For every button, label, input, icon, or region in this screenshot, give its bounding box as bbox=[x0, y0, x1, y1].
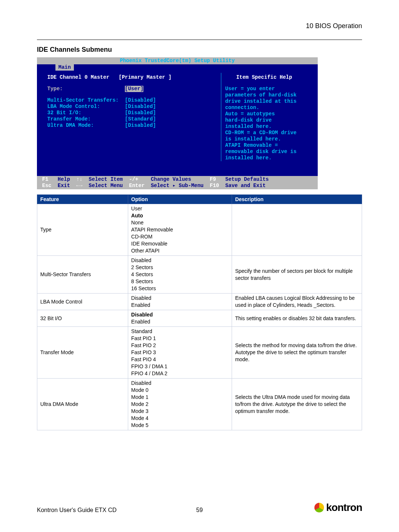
bios-help-line: ATAPI Removable = bbox=[225, 142, 313, 149]
option-value: Fast PIO 4 bbox=[131, 356, 229, 363]
feature-table: Feature Option Description TypeUserAutoN… bbox=[37, 194, 362, 430]
bios-field-label: 32 Bit I/O: bbox=[47, 110, 125, 116]
option-value: Standard bbox=[131, 328, 229, 335]
option-value: Fast PIO 2 bbox=[131, 342, 229, 349]
bios-field-label: Ultra DMA Mode: bbox=[47, 122, 125, 128]
option-value: Mode 3 bbox=[131, 408, 229, 415]
cell-feature: Multi-Sector Transfers bbox=[37, 256, 128, 294]
option-value: Auto bbox=[131, 212, 229, 219]
bios-field-label: Multi-Sector Transfers: bbox=[47, 97, 125, 103]
bios-field-value[interactable]: [Disabled] bbox=[125, 110, 156, 116]
bios-field-value[interactable]: [Standard] bbox=[125, 116, 156, 122]
cell-option: StandardFast PIO 1Fast PIO 2Fast PIO 3Fa… bbox=[128, 327, 232, 379]
bios-field-row[interactable]: 32 Bit I/O: [Disabled] bbox=[47, 110, 218, 116]
bios-help-line: installed here. bbox=[225, 123, 313, 130]
table-row: Ultra DMA ModeDisabledMode 0Mode 1Mode 2… bbox=[37, 379, 362, 430]
option-value: IDE Removable bbox=[131, 240, 229, 247]
bios-help-line: drive installed at this bbox=[225, 98, 313, 105]
option-value: Mode 0 bbox=[131, 387, 229, 394]
table-row: 32 Bit I/ODisabledEnabledThis setting en… bbox=[37, 310, 362, 327]
cell-feature: LBA Mode Control bbox=[37, 294, 128, 310]
footer-page-number: 59 bbox=[37, 507, 362, 514]
bios-field-label: LBA Mode Control: bbox=[47, 104, 125, 109]
option-value: Disabled bbox=[131, 380, 229, 387]
option-value: 2 Sectors bbox=[131, 264, 229, 271]
option-value: CD-ROM bbox=[131, 233, 229, 240]
bios-field-row[interactable]: LBA Mode Control: [Disabled] bbox=[47, 104, 218, 110]
option-value: Enabled bbox=[131, 302, 229, 309]
bios-field-value[interactable]: [Disabled] bbox=[125, 97, 156, 104]
bios-help-line: Auto = autotypes bbox=[225, 111, 313, 117]
section-title: IDE Channels Submenu bbox=[37, 46, 362, 54]
option-value: Mode 5 bbox=[131, 422, 229, 429]
cell-feature: Ultra DMA Mode bbox=[37, 379, 128, 430]
bios-field-row[interactable]: Ultra DMA Mode: [Disabled] bbox=[47, 122, 218, 129]
option-value: 4 Sectors bbox=[131, 271, 229, 278]
option-value: 16 Sectors bbox=[131, 285, 229, 292]
table-row: TypeUserAutoNoneATAPI RemovableCD-ROMIDE… bbox=[37, 204, 362, 256]
chapter-heading: 10 BIOS Operation bbox=[37, 22, 362, 30]
bios-help-line: parameters of hard-disk bbox=[225, 92, 313, 98]
cell-feature: Type bbox=[37, 204, 128, 256]
cell-option: DisabledEnabled bbox=[128, 294, 232, 310]
option-value: ATAPI Removable bbox=[131, 226, 229, 233]
bios-field-value[interactable]: [Disabled] bbox=[125, 104, 156, 110]
option-value: Fast PIO 1 bbox=[131, 335, 229, 342]
option-value: User bbox=[131, 205, 229, 212]
bios-tab-main[interactable]: Main bbox=[55, 64, 74, 71]
table-row: Transfer ModeStandardFast PIO 1Fast PIO … bbox=[37, 327, 362, 379]
table-row: Multi-Sector TransfersDisabled2 Sectors4… bbox=[37, 256, 362, 294]
page-footer: Kontron User's Guide ETX CD 59 kontron bbox=[37, 502, 362, 514]
col-feature: Feature bbox=[37, 195, 128, 204]
bios-field-row[interactable]: Type: [User] bbox=[47, 86, 218, 92]
col-description: Description bbox=[232, 195, 362, 204]
bios-panel-heading: IDE Channel 0 Master [Primary Master ] bbox=[47, 73, 218, 81]
bios-screenshot: Phoenix TrustedCore(tm) Setup Utility Ma… bbox=[37, 57, 318, 189]
col-option: Option bbox=[128, 195, 232, 204]
option-value: FPIO 3 / DMA 1 bbox=[131, 363, 229, 370]
bios-title-bar: Phoenix TrustedCore(tm) Setup Utility bbox=[37, 57, 318, 64]
option-value: FPIO 4 / DMA 2 bbox=[131, 370, 229, 377]
option-value: Mode 2 bbox=[131, 401, 229, 408]
cell-description: This setting enables or disables 32 bit … bbox=[232, 310, 362, 327]
option-value: Disabled bbox=[131, 257, 229, 264]
table-header-row: Feature Option Description bbox=[37, 195, 362, 204]
bios-field-row[interactable]: Transfer Mode: [Standard] bbox=[47, 116, 218, 122]
cell-description: Selects the method for moving data to/fr… bbox=[232, 327, 362, 379]
option-value: Other ATAPI bbox=[131, 247, 229, 254]
bios-help-line: removable disk drive is bbox=[225, 149, 313, 155]
bios-help-line: installed here. bbox=[225, 155, 313, 161]
option-value: Mode 1 bbox=[131, 394, 229, 401]
option-value: 8 Sectors bbox=[131, 278, 229, 285]
option-value: Disabled bbox=[131, 295, 229, 302]
horizontal-rule bbox=[37, 40, 362, 40]
bios-help-line: is installed here. bbox=[225, 136, 313, 142]
bios-tab-bar: Main bbox=[37, 64, 318, 71]
cell-description: Specify the number of sectors per block … bbox=[232, 256, 362, 294]
bios-field-value[interactable]: [User] bbox=[125, 86, 143, 92]
cell-option: DisabledMode 0Mode 1Mode 2Mode 3Mode 4Mo… bbox=[128, 379, 232, 430]
bios-help-line: hard-disk drive bbox=[225, 117, 313, 123]
cell-feature: 32 Bit I/O bbox=[37, 310, 128, 327]
option-value: None bbox=[131, 219, 229, 226]
cell-option: Disabled2 Sectors4 Sectors8 Sectors16 Se… bbox=[128, 256, 232, 294]
bios-help-line: connection. bbox=[225, 105, 313, 111]
cell-description: Enabled LBA causes Logical Block Address… bbox=[232, 294, 362, 310]
table-row: LBA Mode ControlDisabledEnabledEnabled L… bbox=[37, 294, 362, 310]
bios-help-text: User = you enterparameters of hard-diskd… bbox=[225, 86, 313, 161]
cell-description bbox=[232, 204, 362, 256]
option-value: Disabled bbox=[131, 311, 229, 318]
bios-help-line: CD-ROM = a CD-ROM drive bbox=[225, 130, 313, 136]
bios-field-row[interactable]: Multi-Sector Transfers: [Disabled] bbox=[47, 97, 218, 104]
option-value: Enabled bbox=[131, 318, 229, 325]
cell-feature: Transfer Mode bbox=[37, 327, 128, 379]
bios-field-label: Transfer Mode: bbox=[47, 116, 125, 122]
bios-field-label: Type: bbox=[47, 86, 125, 92]
bios-field-value[interactable]: [Disabled] bbox=[125, 122, 156, 129]
bios-help-line: User = you enter bbox=[225, 86, 313, 92]
bios-footer-bar: F1 Help ↑↓ Select Item -/+ Change Values… bbox=[37, 176, 318, 189]
cell-description: Selects the Ultra DMA mode used for movi… bbox=[232, 379, 362, 430]
cell-option: DisabledEnabled bbox=[128, 310, 232, 327]
option-value: Fast PIO 3 bbox=[131, 349, 229, 356]
cell-option: UserAutoNoneATAPI RemovableCD-ROMIDE Rem… bbox=[128, 204, 232, 256]
